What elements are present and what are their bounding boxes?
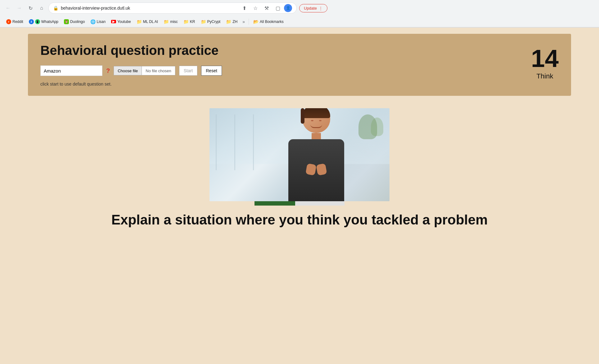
- bookmarks-divider: [249, 19, 249, 25]
- folder-icon-kr: 📁: [183, 19, 189, 24]
- update-label: Update: [304, 6, 317, 11]
- folder-icon-pycrypt: 📁: [201, 19, 206, 24]
- lock-icon: 🔒: [53, 6, 58, 11]
- banner-left: Behavioral question practice ? Choose fi…: [40, 43, 531, 87]
- reload-button[interactable]: ↻: [26, 4, 35, 12]
- bookmark-all-label: All Bookmarks: [260, 20, 284, 24]
- bookmark-duolingo-label: Duolingo: [70, 20, 85, 24]
- bookmark-lisan-label: Lisan: [97, 20, 106, 24]
- bookmark-kr-label: KR: [190, 20, 195, 24]
- main-area: Explain a situation where you think you …: [0, 105, 599, 241]
- interview-image-container: [209, 108, 390, 201]
- forward-button[interactable]: →: [15, 4, 24, 12]
- bookmark-reddit-label: Reddit: [12, 20, 23, 24]
- home-button[interactable]: ⌂: [37, 4, 46, 12]
- hint-text: click start to use default question set.: [40, 82, 531, 87]
- reset-button[interactable]: Reset: [201, 66, 222, 76]
- bookmark-reddit[interactable]: r Reddit: [4, 18, 26, 25]
- bookmark-pycrypt-label: PyCrypt: [207, 20, 221, 24]
- bookmark-zh[interactable]: 📁 ZH: [223, 18, 240, 25]
- bookmark-lisan[interactable]: 🌐 Lisan: [88, 18, 108, 25]
- browser-toolbar: ← → ↻ ⌂ 🔒 behavioral-interview-practice.…: [0, 0, 599, 16]
- reddit-icon: r: [6, 19, 11, 24]
- whatsapp-badge: 3: [29, 19, 34, 24]
- bookmark-mldlai-label: ML DL AI: [143, 20, 158, 24]
- bookmark-kr[interactable]: 📁 KR: [181, 18, 198, 25]
- interview-image: [209, 108, 390, 201]
- whatsapp-icon: 📱: [35, 19, 40, 24]
- folder-icon-zh: 📁: [226, 19, 231, 24]
- star-icon[interactable]: ☆: [250, 3, 260, 13]
- progress-bar-fill: [254, 201, 295, 206]
- update-button[interactable]: Update ⋮: [299, 4, 327, 12]
- page-content: Behavioral question practice ? Choose fi…: [0, 34, 599, 241]
- person-figure: [288, 108, 344, 201]
- counter-display: 14 Think: [531, 43, 559, 80]
- help-button[interactable]: ?: [106, 67, 110, 74]
- bookmark-mldlai[interactable]: 📁 ML DL AI: [134, 18, 160, 25]
- share-icon[interactable]: ⬆: [239, 3, 249, 13]
- question-text: Explain a situation where you think you …: [87, 212, 513, 228]
- bg-window-3: [234, 114, 235, 170]
- bookmark-misc-label: misc: [170, 20, 178, 24]
- folder-icon-misc: 📁: [164, 19, 169, 24]
- folder-icon-mldlai: 📁: [137, 19, 142, 24]
- bookmark-zh-label: ZH: [232, 20, 237, 24]
- browser-chrome: ← → ↻ ⌂ 🔒 behavioral-interview-practice.…: [0, 0, 599, 28]
- tab-icon[interactable]: ▢: [273, 3, 283, 13]
- profile-avatar[interactable]: 👤: [284, 4, 292, 12]
- url-text: behavioral-interview-practice.dutl.uk: [61, 6, 237, 11]
- file-input-container: Choose file No file chosen: [114, 66, 175, 75]
- more-options-icon: ⋮: [319, 6, 323, 11]
- bookmarks-bar: r Reddit 3 📱 WhatsApp 🦉 Duolingo 🌐 Lisan…: [0, 16, 599, 27]
- more-bookmarks-button[interactable]: »: [241, 18, 247, 25]
- address-bar[interactable]: 🔒 behavioral-interview-practice.dutl.uk …: [48, 2, 297, 14]
- bg-window-2: [216, 114, 217, 170]
- folder-icon-all: 📂: [253, 19, 259, 24]
- youtube-icon: ▶: [111, 20, 116, 23]
- bookmark-youtube-label: Youtube: [117, 20, 131, 24]
- back-button[interactable]: ←: [4, 4, 12, 12]
- bookmark-all[interactable]: 📂 All Bookmarks: [251, 18, 286, 25]
- choose-file-button[interactable]: Choose file: [114, 66, 142, 75]
- bg-window-4: [253, 114, 254, 170]
- no-file-text: No file chosen: [142, 66, 175, 75]
- counter-number: 14: [531, 46, 559, 71]
- bookmark-whatsapp[interactable]: 3 📱 WhatsApp: [26, 18, 61, 25]
- bg-tree-2: [371, 118, 383, 136]
- lisan-icon: 🌐: [90, 19, 95, 24]
- company-input[interactable]: [40, 65, 102, 76]
- more-icon: »: [242, 19, 245, 24]
- header-banner: Behavioral question practice ? Choose fi…: [28, 34, 571, 96]
- extensions-icon[interactable]: ⚒: [262, 3, 272, 13]
- address-bar-actions: ⬆ ☆ ⚒ ▢ 👤: [239, 3, 292, 13]
- start-button[interactable]: Start: [179, 66, 198, 76]
- progress-bar-container: [254, 201, 345, 206]
- bookmark-misc[interactable]: 📁 misc: [161, 18, 180, 25]
- bookmark-whatsapp-label: WhatsApp: [41, 20, 58, 24]
- bookmark-pycrypt[interactable]: 📁 PyCrypt: [198, 18, 223, 25]
- counter-label: Think: [531, 72, 559, 80]
- controls-row: ? Choose file No file chosen Start Reset: [40, 65, 531, 76]
- duolingo-icon: 🦉: [64, 19, 69, 24]
- bookmark-youtube[interactable]: ▶ Youtube: [109, 18, 133, 25]
- bookmark-duolingo[interactable]: 🦉 Duolingo: [61, 18, 87, 25]
- page-title: Behavioral question practice: [40, 43, 531, 58]
